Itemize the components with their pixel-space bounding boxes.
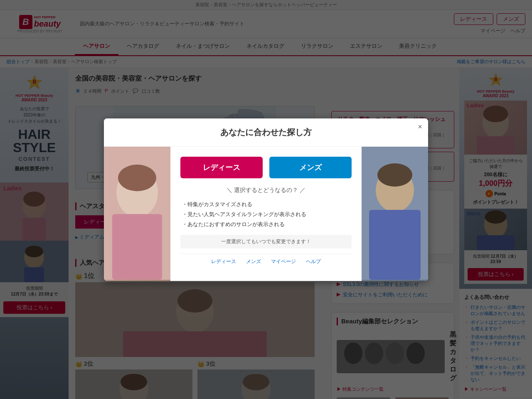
modal-effect-2: 見たい人気ヘアスタイルランキングが表示される: [180, 211, 352, 218]
modal-effect-1: 特集がカスタマイズされる: [180, 201, 352, 208]
modal-footer-help[interactable]: ヘルプ: [306, 258, 321, 265]
svg-rect-43: [112, 214, 162, 280]
modal-overlay[interactable]: × あなたに合わせた探し方 レディース メンズ ＼ 選択するとどうなるの？ ／: [0, 0, 532, 399]
modal-question: ＼ 選択するとどうなるの？ ／: [180, 187, 352, 194]
modal-man-svg: [362, 147, 428, 280]
modal-lady-svg: [104, 147, 170, 280]
modal-center-content: レディース メンズ ＼ 選択するとどうなるの？ ／ 特集がカスタマイズされる 見…: [170, 147, 362, 281]
svg-point-42: [118, 165, 156, 191]
modal-note: 一度選択してもいつでも変更できます！: [180, 235, 352, 249]
modal-buttons: レディース メンズ: [180, 157, 352, 178]
modal-ladies-button[interactable]: レディース: [180, 157, 263, 178]
modal-mens-button[interactable]: メンズ: [269, 157, 352, 178]
modal-dialog: × あなたに合わせた探し方 レディース メンズ ＼ 選択するとどうなるの？ ／: [104, 118, 428, 281]
modal-effects-list: 特集がカスタマイズされる 見たい人気ヘアスタイルランキングが表示される あなたに…: [180, 201, 352, 228]
modal-footer-mens[interactable]: メンズ: [246, 258, 261, 265]
modal-title: あなたに合わせた探し方: [104, 118, 428, 147]
modal-body: レディース メンズ ＼ 選択するとどうなるの？ ／ 特集がカスタマイズされる 見…: [104, 147, 428, 281]
svg-rect-47: [369, 210, 421, 280]
modal-footer-mypage[interactable]: マイページ: [271, 258, 296, 265]
modal-close-button[interactable]: ×: [418, 123, 422, 131]
modal-lady-photo: [104, 147, 170, 281]
modal-footer-ladies[interactable]: レディース: [211, 258, 236, 265]
modal-man-photo: [362, 147, 428, 281]
modal-effect-3: あなたにおすすめのサロンが表示される: [180, 221, 352, 228]
svg-point-46: [377, 163, 412, 187]
modal-footer: レディース メンズ マイページ ヘルプ: [180, 254, 352, 269]
